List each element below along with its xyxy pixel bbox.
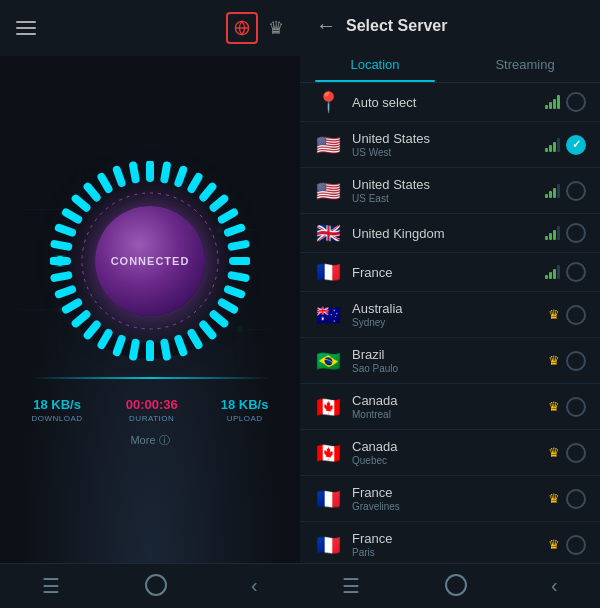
server-right: ♛ [548,305,586,325]
svg-line-31 [164,343,166,357]
server-list: 📍Auto select🇺🇸United StatesUS West🇺🇸Unit… [300,83,600,563]
signal-bars [545,265,560,279]
svg-line-34 [117,339,122,352]
signal-bars [545,138,560,152]
right-nav-back[interactable]: ‹ [551,574,558,598]
select-circle[interactable] [566,305,586,325]
menu-icon[interactable] [16,21,36,35]
server-flag: 🇧🇷 [314,351,342,371]
server-right [545,181,586,201]
server-item[interactable]: 🇺🇸United StatesUS West [300,122,600,168]
server-sub: Montreal [352,409,548,420]
server-right: ♛ [548,397,586,417]
tab-location[interactable]: Location [300,47,450,82]
premium-crown-icon: ♛ [548,491,560,506]
server-flag: 🇦🇺 [314,305,342,325]
server-item[interactable]: 🇫🇷FranceParis♛ [300,522,600,563]
svg-line-43 [59,228,72,233]
signal-bar [553,269,556,279]
server-flag: 🇺🇸 [314,135,342,155]
select-circle[interactable] [566,535,586,555]
panel-title: Select Server [346,17,447,35]
server-item[interactable]: 🇬🇧United Kingdom [300,214,600,253]
svg-point-50 [55,256,65,266]
signal-bar [549,233,552,240]
select-circle[interactable] [566,443,586,463]
server-name: United States [352,131,545,146]
server-item[interactable]: 🇨🇦CanadaMontreal♛ [300,384,600,430]
signal-bar [553,142,556,152]
select-circle[interactable] [566,181,586,201]
server-flag: 🇬🇧 [314,223,342,243]
server-name: France [352,485,548,500]
server-item[interactable]: 📍Auto select [300,83,600,122]
globe-button[interactable] [226,12,258,44]
signal-bar [557,226,560,240]
svg-line-21 [228,228,241,233]
svg-line-25 [228,289,241,294]
signal-bar [545,194,548,198]
connection-orb[interactable]: CONNECTED [95,206,205,316]
vpn-main-area: CONNECTED 18 KB/s DOWNLOAD 00:00:36 DURA… [0,56,300,563]
premium-crown-icon: ♛ [548,353,560,368]
server-flag: 📍 [314,92,342,112]
server-info: FranceParis [352,531,548,558]
svg-line-22 [232,244,246,246]
left-panel: ♛ [0,0,300,608]
select-circle[interactable] [566,223,586,243]
nav-menu-icon[interactable]: ☰ [42,574,60,598]
server-right [545,262,586,282]
svg-line-48 [117,170,122,183]
server-item[interactable]: 🇫🇷FranceGravelines♛ [300,476,600,522]
server-item[interactable]: 🇺🇸United StatesUS East [300,168,600,214]
server-sub: US West [352,147,545,158]
server-sub: Paris [352,547,548,558]
premium-crown-icon: ♛ [548,399,560,414]
select-circle[interactable] [566,489,586,509]
header-icons: ♛ [226,12,284,44]
connection-ring[interactable]: CONNECTED [50,161,250,361]
select-circle[interactable] [566,397,586,417]
server-item[interactable]: 🇦🇺AustraliaSydney♛ [300,292,600,338]
server-item[interactable]: 🇫🇷France [300,253,600,292]
server-name: United Kingdom [352,226,545,241]
right-header: ← Select Server [300,0,600,47]
server-sub: US East [352,193,545,204]
right-panel: ← Select Server Location Streaming 📍Auto… [300,0,600,608]
server-name: France [352,265,545,280]
server-name: Auto select [352,95,545,110]
select-circle[interactable] [566,262,586,282]
crown-icon[interactable]: ♛ [268,17,284,39]
server-name: Canada [352,439,548,454]
signal-bar [545,236,548,240]
server-info: FranceGravelines [352,485,548,512]
server-flag: 🇫🇷 [314,535,342,555]
svg-line-30 [178,339,183,352]
server-info: BrazilSao Paulo [352,347,548,374]
right-nav-home[interactable] [445,574,467,596]
premium-crown-icon: ♛ [548,307,560,322]
select-circle[interactable] [566,135,586,155]
server-name: Australia [352,301,548,316]
back-button[interactable]: ← [316,14,336,37]
select-circle[interactable] [566,92,586,112]
signal-bar [549,102,552,109]
svg-line-49 [133,165,135,179]
signal-bar [545,105,548,109]
right-nav-menu[interactable]: ☰ [342,574,360,598]
server-item[interactable]: 🇧🇷BrazilSao Paulo♛ [300,338,600,384]
nav-back-icon[interactable]: ‹ [251,574,258,598]
server-item[interactable]: 🇨🇦CanadaQuebec♛ [300,430,600,476]
server-right: ♛ [548,351,586,371]
server-info: CanadaQuebec [352,439,548,466]
left-nav: ☰ ‹ [0,563,300,608]
server-flag: 🇺🇸 [314,181,342,201]
select-circle[interactable] [566,351,586,371]
svg-line-24 [232,275,246,277]
server-right: ♛ [548,489,586,509]
server-name: France [352,531,548,546]
tab-streaming[interactable]: Streaming [450,47,600,82]
nav-home-icon[interactable] [145,574,167,596]
server-info: United Kingdom [352,226,545,241]
right-nav: ☰ ‹ [300,563,600,608]
